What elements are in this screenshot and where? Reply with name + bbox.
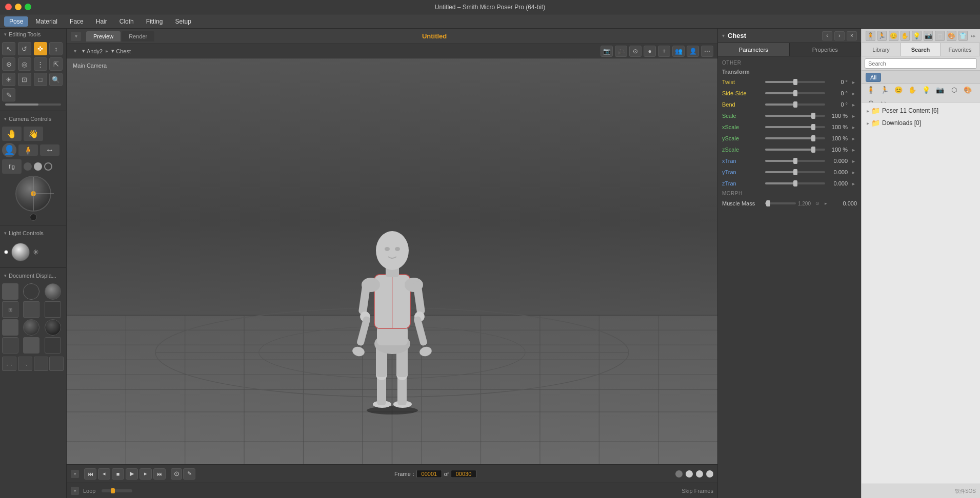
morph-expand-btn[interactable]: ▸ bbox=[822, 200, 829, 207]
camera-nav-dot[interactable] bbox=[30, 214, 37, 221]
library-search-input[interactable] bbox=[865, 58, 977, 69]
expand-xscale[interactable]: ▸ bbox=[850, 123, 857, 131]
lib-tool-3[interactable]: 😊 bbox=[892, 84, 905, 95]
lib-tool-8[interactable]: 🎨 bbox=[962, 84, 974, 95]
display-btn-11[interactable] bbox=[23, 337, 39, 354]
tab-preview[interactable]: Preview bbox=[86, 31, 121, 42]
tool-box[interactable]: □ bbox=[34, 73, 47, 86]
display-btn-6[interactable] bbox=[45, 301, 61, 318]
lib-tool-2[interactable]: 🏃 bbox=[878, 84, 891, 95]
camera-figure[interactable]: fig bbox=[2, 159, 22, 174]
lib-folder-poser11[interactable]: ▸ 📁 Poser 11 Content [6] bbox=[864, 105, 978, 117]
menu-face[interactable]: Face bbox=[65, 16, 89, 27]
total-frames[interactable]: 00030 bbox=[451, 470, 476, 478]
display-btn-8[interactable] bbox=[23, 319, 39, 336]
display-dots-2[interactable]: ⋱ bbox=[18, 357, 32, 371]
display-btn-7[interactable] bbox=[2, 319, 18, 336]
slider-xtran[interactable] bbox=[765, 160, 825, 162]
plus-btn[interactable]: ＋ bbox=[658, 46, 670, 57]
timeline-collapse-btn[interactable]: ▾ bbox=[71, 470, 79, 478]
expand-ytran[interactable]: ▸ bbox=[850, 169, 857, 176]
camera-dot-right[interactable] bbox=[34, 162, 42, 171]
lib-tool-1[interactable]: 🧍 bbox=[865, 84, 877, 95]
tool-morph[interactable]: ◎ bbox=[18, 57, 31, 71]
expand-zscale[interactable]: ▸ bbox=[850, 146, 857, 153]
lib-person-icon-btn[interactable]: 🧍 bbox=[866, 31, 875, 41]
lib-light-icon-btn[interactable]: 💡 bbox=[912, 31, 922, 41]
lib-tab-library[interactable]: Library bbox=[862, 43, 901, 56]
camera-head[interactable]: 👤 bbox=[2, 143, 16, 157]
header-collapse-btn[interactable]: ▾ bbox=[71, 47, 79, 55]
expand-bend[interactable]: ▸ bbox=[850, 101, 857, 108]
light-sphere[interactable] bbox=[11, 243, 30, 261]
people-btn[interactable]: 👥 bbox=[672, 46, 685, 57]
display-btn-12[interactable] bbox=[45, 337, 61, 354]
tool-arrow[interactable]: ↖ bbox=[2, 42, 15, 55]
record-keyframe-btn[interactable]: ⊙ bbox=[171, 468, 182, 480]
panel-collapse-btn[interactable]: ▾ bbox=[722, 33, 725, 38]
display-btn-9[interactable] bbox=[45, 319, 61, 336]
lib-tool-5[interactable]: 💡 bbox=[920, 84, 932, 95]
slider-sideside[interactable] bbox=[765, 92, 825, 94]
lib-cube-icon-btn[interactable]: ◻ bbox=[935, 31, 945, 41]
minimize-button[interactable] bbox=[15, 4, 22, 10]
display-btn-10[interactable] bbox=[2, 337, 18, 354]
tool-light[interactable]: ☀ bbox=[2, 73, 15, 86]
panel-prev-btn[interactable]: ‹ bbox=[822, 31, 832, 40]
tool-chain[interactable]: ⊕ bbox=[2, 57, 15, 71]
expand-twist[interactable]: ▸ bbox=[850, 78, 857, 86]
lib-tool-4[interactable]: ✋ bbox=[906, 84, 918, 95]
light-asterisk[interactable]: ✳ bbox=[33, 248, 39, 256]
viewport-canvas[interactable]: Main Camera bbox=[67, 58, 717, 464]
expand-ztran[interactable]: ▸ bbox=[850, 180, 857, 187]
tool-camera[interactable]: ⇱ bbox=[49, 57, 63, 71]
tool-search[interactable]: 🔍 bbox=[49, 73, 63, 86]
playback-dot-4[interactable] bbox=[706, 470, 713, 478]
viewport-collapse-btn[interactable]: ▾ bbox=[71, 32, 81, 41]
stop-btn[interactable]: ■ bbox=[112, 468, 124, 480]
tool-move[interactable]: ✜ bbox=[34, 42, 47, 55]
lib-tab-favorites[interactable]: Favorites bbox=[941, 43, 980, 56]
camera-spread[interactable]: ↔ bbox=[40, 144, 59, 156]
slider-zscale[interactable] bbox=[765, 149, 825, 151]
camera-dot-left[interactable] bbox=[24, 162, 32, 171]
display-dots-1[interactable]: ⋮⋮ bbox=[2, 357, 16, 371]
step-back-btn[interactable]: ◂ bbox=[98, 468, 110, 480]
breadcrumb-andy2[interactable]: ▾ Andy2 bbox=[82, 48, 103, 54]
panel-close-btn[interactable]: × bbox=[847, 31, 857, 40]
maximize-button[interactable] bbox=[25, 4, 31, 10]
lib-material-icon-btn[interactable]: 🎨 bbox=[947, 31, 956, 41]
play-btn[interactable]: ▶ bbox=[126, 468, 138, 480]
toggle-btn[interactable]: ● bbox=[644, 46, 656, 57]
camera-body[interactable]: 🧍 bbox=[18, 144, 38, 156]
slider-ytran[interactable] bbox=[765, 171, 825, 173]
morph-key-btn[interactable]: ⊙ bbox=[814, 200, 821, 207]
bottom-collapse-btn[interactable]: ▾ bbox=[71, 487, 79, 495]
tool-rotate[interactable]: ↺ bbox=[18, 42, 31, 55]
tool-scale[interactable]: ↕ bbox=[49, 42, 63, 55]
tool-extra[interactable]: ✎ bbox=[2, 88, 15, 101]
lib-folder-downloads[interactable]: ▸ 📁 Downloads [0] bbox=[864, 117, 978, 129]
render-preview-btn[interactable]: ⊙ bbox=[629, 46, 642, 57]
lib-tab-search[interactable]: Search bbox=[901, 43, 941, 56]
display-dots-4[interactable] bbox=[49, 357, 64, 371]
menu-setup[interactable]: Setup bbox=[170, 16, 196, 27]
tab-parameters[interactable]: Parameters bbox=[718, 43, 790, 56]
slider-yscale[interactable] bbox=[765, 137, 825, 139]
display-btn-5[interactable] bbox=[23, 301, 39, 318]
panel-next-btn[interactable]: › bbox=[834, 31, 845, 40]
expand-xtran[interactable]: ▸ bbox=[850, 157, 857, 164]
menu-fitting[interactable]: Fitting bbox=[141, 16, 168, 27]
menu-hair[interactable]: Hair bbox=[91, 16, 112, 27]
lib-tool-6[interactable]: 📷 bbox=[934, 84, 946, 95]
camera-hand-right[interactable]: 👋 bbox=[24, 127, 43, 141]
slider-ztran[interactable] bbox=[765, 182, 825, 184]
camera-circle[interactable] bbox=[44, 162, 52, 171]
render-snapshot-btn[interactable]: 🎥 bbox=[615, 46, 627, 57]
playback-dot-3[interactable] bbox=[696, 470, 703, 478]
playback-dot-2[interactable] bbox=[686, 470, 693, 478]
tab-render[interactable]: Render bbox=[122, 31, 154, 42]
slider-scale[interactable] bbox=[765, 115, 825, 117]
display-btn-1[interactable] bbox=[2, 283, 18, 300]
camera-hand-left[interactable]: 🤚 bbox=[2, 127, 22, 141]
